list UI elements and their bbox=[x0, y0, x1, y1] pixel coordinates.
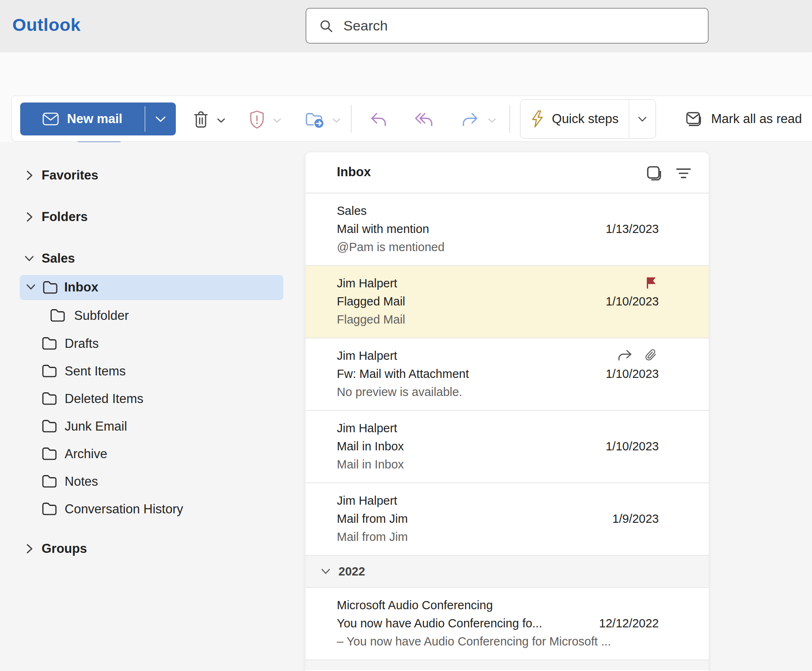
sidebar-section-folders[interactable]: Folders bbox=[0, 205, 288, 229]
next-group-strip bbox=[306, 660, 709, 670]
folder-icon bbox=[41, 336, 58, 352]
mail-date: 1/10/2023 bbox=[606, 367, 659, 381]
mail-date: 1/13/2023 bbox=[606, 222, 659, 236]
quick-steps-main[interactable]: Quick steps bbox=[520, 100, 629, 138]
report-button[interactable] bbox=[248, 110, 266, 129]
sidebar-item-deleted-items[interactable]: Deleted Items bbox=[0, 386, 288, 411]
mail-subject: Mail from Jim bbox=[337, 512, 408, 526]
mail-sender: Jim Halpert bbox=[337, 349, 397, 363]
favorites-label: Favorites bbox=[42, 168, 98, 183]
mail-list-item[interactable]: Sales Mail with mention 1/13/2023 @Pam i… bbox=[306, 193, 709, 266]
mail-sender: Jim Halpert bbox=[337, 422, 397, 435]
ribbon-toolbar: New mail bbox=[12, 96, 812, 142]
mail-subject: Mail with mention bbox=[337, 222, 429, 236]
sidebar-item-inbox[interactable]: Inbox bbox=[20, 275, 283, 300]
chevron-right-icon bbox=[24, 170, 35, 181]
folder-icon bbox=[41, 474, 58, 489]
mail-read-icon bbox=[685, 110, 703, 128]
mail-preview: No preview is available. bbox=[337, 385, 462, 399]
inbox-title: Inbox bbox=[337, 165, 371, 179]
mail-list-item[interactable]: Jim Halpert Mail from Jim 1/9/2023 Mail … bbox=[306, 483, 709, 556]
reply-button[interactable] bbox=[369, 110, 387, 129]
folder-icon bbox=[41, 419, 58, 434]
group-label: 2022 bbox=[338, 565, 365, 578]
sidebar-item-conversation-history[interactable]: Conversation History bbox=[0, 496, 288, 521]
mail-date: 1/9/2023 bbox=[612, 512, 659, 526]
mail-icon bbox=[42, 112, 59, 126]
mail-preview: Mail in Inbox bbox=[337, 458, 404, 471]
outlook-logo: Outlook bbox=[12, 15, 81, 35]
app-header: Outlook bbox=[0, 0, 812, 52]
quick-steps-button[interactable]: Quick steps bbox=[520, 99, 656, 139]
chevron-down-icon bbox=[24, 254, 35, 263]
sidebar-section-favorites[interactable]: Favorites bbox=[0, 163, 288, 188]
quick-steps-label: Quick steps bbox=[552, 112, 618, 126]
mail-sender: Jim Halpert bbox=[337, 494, 397, 508]
reply-icon bbox=[369, 111, 388, 128]
delete-button[interactable] bbox=[192, 110, 210, 129]
sidebar-item-subfolder[interactable]: Subfolder bbox=[0, 303, 288, 328]
groups-label: Groups bbox=[42, 541, 87, 556]
toolbar-separator bbox=[509, 105, 510, 133]
delete-dropdown[interactable] bbox=[217, 117, 226, 123]
new-mail-dropdown[interactable] bbox=[145, 103, 176, 135]
mail-list-item-flagged[interactable]: Jim Halpert Flagged Mail 1/10/2023 Flagg… bbox=[306, 266, 709, 338]
forwarded-icon bbox=[617, 349, 633, 362]
folder-icon bbox=[41, 391, 58, 407]
ribbon: Home View Help New mail bbox=[0, 52, 812, 142]
mail-list-item[interactable]: Microsoft Audio Conferencing You now hav… bbox=[306, 588, 709, 660]
shield-warning-icon bbox=[249, 110, 265, 129]
sidebar-section-groups[interactable]: Groups bbox=[0, 536, 288, 561]
folder-arrow-icon bbox=[305, 110, 324, 128]
new-mail-button[interactable]: New mail bbox=[20, 103, 176, 135]
mark-all-as-read-button[interactable]: Mark all as read bbox=[678, 99, 809, 139]
report-dropdown[interactable] bbox=[273, 117, 282, 123]
inbox-label: Inbox bbox=[64, 280, 98, 295]
mail-date: 1/10/2023 bbox=[606, 440, 659, 453]
new-mail-main[interactable]: New mail bbox=[20, 103, 145, 135]
folder-icon bbox=[41, 446, 58, 462]
content-area: Favorites Folders Sales Inbox Subfolder … bbox=[0, 142, 812, 671]
mail-sender: Sales bbox=[337, 204, 367, 218]
forward-icon bbox=[461, 111, 480, 128]
folder-icon bbox=[41, 501, 58, 517]
sidebar-item-drafts[interactable]: Drafts bbox=[0, 331, 288, 356]
mail-list-item[interactable]: Jim Halpert Mail in Inbox 1/10/2023 Mail… bbox=[306, 411, 709, 483]
move-to-dropdown[interactable] bbox=[332, 117, 341, 123]
subfolder-label: Subfolder bbox=[74, 308, 129, 323]
chevron-down-icon bbox=[26, 282, 36, 293]
mail-sender: Jim Halpert bbox=[337, 277, 397, 290]
mail-list-item[interactable]: Jim Halpert Fw: Mail with Attachment 1/1… bbox=[306, 338, 709, 411]
date-group-header-2022[interactable]: 2022 bbox=[306, 556, 709, 588]
flag-icon[interactable] bbox=[644, 276, 658, 290]
sidebar-section-sales[interactable]: Sales bbox=[0, 246, 288, 271]
reply-all-button[interactable] bbox=[415, 110, 433, 129]
folder-icon bbox=[49, 308, 66, 324]
select-messages-icon[interactable] bbox=[645, 165, 663, 182]
quick-steps-dropdown[interactable] bbox=[629, 100, 656, 138]
search-input[interactable] bbox=[343, 17, 695, 34]
search-box[interactable] bbox=[306, 8, 709, 44]
mail-date: 1/10/2023 bbox=[606, 295, 659, 308]
sent-items-label: Sent Items bbox=[65, 364, 126, 379]
chevron-right-icon bbox=[24, 543, 35, 555]
mail-sender: Microsoft Audio Conferencing bbox=[337, 599, 493, 612]
sales-label: Sales bbox=[42, 251, 75, 266]
sidebar-item-archive[interactable]: Archive bbox=[0, 441, 288, 466]
toolbar-separator bbox=[351, 105, 352, 133]
forward-button[interactable] bbox=[461, 110, 479, 129]
forward-dropdown[interactable] bbox=[488, 117, 497, 123]
move-to-button[interactable] bbox=[306, 110, 324, 129]
mail-preview: Flagged Mail bbox=[337, 313, 405, 326]
sidebar-item-junk-email[interactable]: Junk Email bbox=[0, 414, 288, 438]
sidebar-item-notes[interactable]: Notes bbox=[0, 469, 288, 494]
mail-preview: – You now have Audio Conferencing for Mi… bbox=[337, 635, 611, 648]
deleted-items-label: Deleted Items bbox=[65, 391, 143, 406]
trash-icon bbox=[192, 110, 210, 129]
sidebar-item-sent-items[interactable]: Sent Items bbox=[0, 359, 288, 383]
new-mail-label: New mail bbox=[67, 112, 122, 126]
notes-label: Notes bbox=[65, 474, 98, 489]
filter-icon[interactable] bbox=[675, 165, 692, 182]
mail-date: 12/12/2022 bbox=[599, 617, 659, 630]
folders-label: Folders bbox=[42, 210, 88, 224]
